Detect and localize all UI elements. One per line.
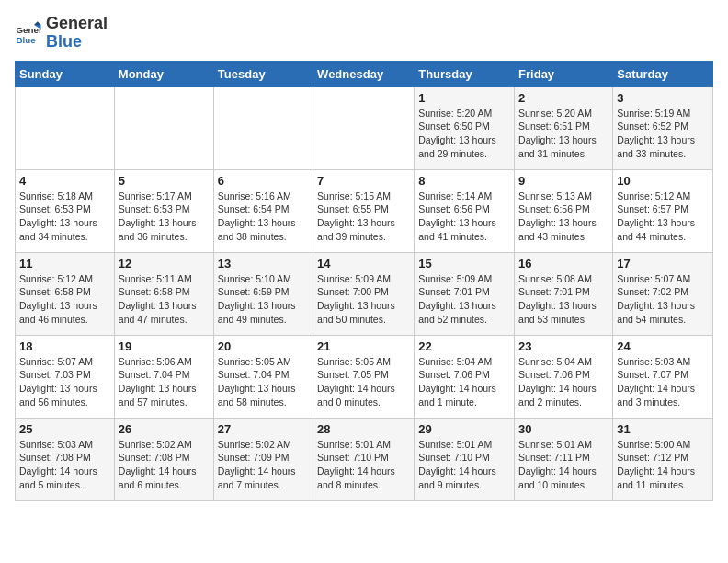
day-number: 10 [617, 174, 709, 188]
logo-icon: General Blue [15, 19, 42, 47]
header-cell-thursday: Thursday [415, 61, 515, 86]
day-number: 22 [418, 339, 510, 353]
day-info: Sunrise: 5:03 AM Sunset: 7:07 PM Dayligh… [617, 355, 709, 409]
day-number: 26 [119, 422, 210, 436]
calendar-body: 1Sunrise: 5:20 AM Sunset: 6:50 PM Daylig… [16, 86, 713, 500]
day-info: Sunrise: 5:01 AM Sunset: 7:10 PM Dayligh… [317, 438, 410, 492]
day-info: Sunrise: 5:09 AM Sunset: 7:01 PM Dayligh… [418, 272, 510, 327]
day-cell: 10Sunrise: 5:12 AM Sunset: 6:57 PM Dayli… [613, 169, 713, 252]
day-number: 18 [19, 339, 110, 353]
day-info: Sunrise: 5:20 AM Sunset: 6:51 PM Dayligh… [518, 107, 609, 161]
day-cell: 31Sunrise: 5:00 AM Sunset: 7:12 PM Dayli… [613, 418, 713, 500]
day-cell: 6Sunrise: 5:16 AM Sunset: 6:54 PM Daylig… [213, 169, 313, 252]
day-cell [313, 86, 415, 169]
day-cell: 24Sunrise: 5:03 AM Sunset: 7:07 PM Dayli… [613, 335, 713, 418]
day-cell: 13Sunrise: 5:10 AM Sunset: 6:59 PM Dayli… [213, 252, 313, 335]
day-cell: 22Sunrise: 5:04 AM Sunset: 7:06 PM Dayli… [415, 335, 515, 418]
day-info: Sunrise: 5:04 AM Sunset: 7:06 PM Dayligh… [418, 355, 510, 409]
day-info: Sunrise: 5:04 AM Sunset: 7:06 PM Dayligh… [518, 355, 609, 409]
day-cell: 26Sunrise: 5:02 AM Sunset: 7:08 PM Dayli… [114, 418, 213, 500]
day-info: Sunrise: 5:11 AM Sunset: 6:58 PM Dayligh… [119, 272, 210, 327]
day-number: 7 [317, 174, 410, 188]
header-cell-friday: Friday [515, 61, 613, 86]
day-info: Sunrise: 5:07 AM Sunset: 7:03 PM Dayligh… [19, 355, 110, 409]
day-info: Sunrise: 5:08 AM Sunset: 7:01 PM Dayligh… [518, 272, 609, 327]
day-number: 19 [119, 339, 210, 353]
day-number: 8 [418, 174, 510, 188]
day-number: 28 [317, 422, 410, 436]
day-info: Sunrise: 5:09 AM Sunset: 7:00 PM Dayligh… [317, 272, 410, 327]
day-info: Sunrise: 5:07 AM Sunset: 7:02 PM Dayligh… [617, 272, 709, 327]
week-row-3: 11Sunrise: 5:12 AM Sunset: 6:58 PM Dayli… [16, 252, 713, 335]
day-cell: 1Sunrise: 5:20 AM Sunset: 6:50 PM Daylig… [415, 86, 515, 169]
day-cell: 14Sunrise: 5:09 AM Sunset: 7:00 PM Dayli… [313, 252, 415, 335]
header-cell-saturday: Saturday [613, 61, 713, 86]
day-number: 29 [418, 422, 510, 436]
header-row: SundayMondayTuesdayWednesdayThursdayFrid… [16, 61, 713, 86]
day-number: 21 [317, 339, 410, 353]
header-cell-monday: Monday [114, 61, 213, 86]
day-number: 27 [218, 422, 309, 436]
day-info: Sunrise: 5:05 AM Sunset: 7:04 PM Dayligh… [218, 355, 309, 409]
day-number: 15 [418, 257, 510, 270]
day-number: 16 [518, 257, 609, 270]
page-header: General Blue General Blue [15, 15, 713, 52]
week-row-1: 1Sunrise: 5:20 AM Sunset: 6:50 PM Daylig… [16, 86, 713, 169]
day-info: Sunrise: 5:14 AM Sunset: 6:56 PM Dayligh… [418, 190, 510, 244]
day-number: 17 [617, 257, 709, 270]
day-number: 5 [119, 174, 210, 188]
header-cell-sunday: Sunday [16, 61, 115, 86]
day-info: Sunrise: 5:02 AM Sunset: 7:09 PM Dayligh… [218, 438, 309, 492]
week-row-5: 25Sunrise: 5:03 AM Sunset: 7:08 PM Dayli… [16, 418, 713, 500]
day-cell: 16Sunrise: 5:08 AM Sunset: 7:01 PM Dayli… [515, 252, 613, 335]
day-info: Sunrise: 5:18 AM Sunset: 6:53 PM Dayligh… [19, 190, 110, 244]
day-cell: 11Sunrise: 5:12 AM Sunset: 6:58 PM Dayli… [16, 252, 115, 335]
day-number: 6 [218, 174, 309, 188]
day-info: Sunrise: 5:01 AM Sunset: 7:11 PM Dayligh… [518, 438, 609, 492]
calendar-header: SundayMondayTuesdayWednesdayThursdayFrid… [16, 61, 713, 86]
day-info: Sunrise: 5:17 AM Sunset: 6:53 PM Dayligh… [119, 190, 210, 244]
day-cell [114, 86, 213, 169]
header-cell-tuesday: Tuesday [213, 61, 313, 86]
day-number: 31 [617, 422, 709, 436]
day-cell: 20Sunrise: 5:05 AM Sunset: 7:04 PM Dayli… [213, 335, 313, 418]
day-cell: 25Sunrise: 5:03 AM Sunset: 7:08 PM Dayli… [16, 418, 115, 500]
day-cell: 19Sunrise: 5:06 AM Sunset: 7:04 PM Dayli… [114, 335, 213, 418]
day-info: Sunrise: 5:15 AM Sunset: 6:55 PM Dayligh… [317, 190, 410, 244]
day-cell: 29Sunrise: 5:01 AM Sunset: 7:10 PM Dayli… [415, 418, 515, 500]
day-info: Sunrise: 5:10 AM Sunset: 6:59 PM Dayligh… [218, 272, 309, 327]
day-number: 14 [317, 257, 410, 270]
day-cell: 18Sunrise: 5:07 AM Sunset: 7:03 PM Dayli… [16, 335, 115, 418]
day-cell: 27Sunrise: 5:02 AM Sunset: 7:09 PM Dayli… [213, 418, 313, 500]
day-info: Sunrise: 5:06 AM Sunset: 7:04 PM Dayligh… [119, 355, 210, 409]
day-number: 23 [518, 339, 609, 353]
day-cell: 21Sunrise: 5:05 AM Sunset: 7:05 PM Dayli… [313, 335, 415, 418]
day-cell: 12Sunrise: 5:11 AM Sunset: 6:58 PM Dayli… [114, 252, 213, 335]
day-cell: 30Sunrise: 5:01 AM Sunset: 7:11 PM Dayli… [515, 418, 613, 500]
day-number: 11 [19, 257, 110, 270]
day-info: Sunrise: 5:05 AM Sunset: 7:05 PM Dayligh… [317, 355, 410, 409]
day-number: 20 [218, 339, 309, 353]
logo-text: General Blue [46, 15, 108, 52]
svg-marker-3 [34, 21, 41, 25]
day-number: 30 [518, 422, 609, 436]
day-cell: 28Sunrise: 5:01 AM Sunset: 7:10 PM Dayli… [313, 418, 415, 500]
day-info: Sunrise: 5:03 AM Sunset: 7:08 PM Dayligh… [19, 438, 110, 492]
day-number: 24 [617, 339, 709, 353]
day-number: 3 [617, 91, 709, 105]
day-cell: 4Sunrise: 5:18 AM Sunset: 6:53 PM Daylig… [16, 169, 115, 252]
header-cell-wednesday: Wednesday [313, 61, 415, 86]
day-info: Sunrise: 5:16 AM Sunset: 6:54 PM Dayligh… [218, 190, 309, 244]
week-row-4: 18Sunrise: 5:07 AM Sunset: 7:03 PM Dayli… [16, 335, 713, 418]
day-cell: 8Sunrise: 5:14 AM Sunset: 6:56 PM Daylig… [415, 169, 515, 252]
day-info: Sunrise: 5:12 AM Sunset: 6:58 PM Dayligh… [19, 272, 110, 327]
day-cell: 23Sunrise: 5:04 AM Sunset: 7:06 PM Dayli… [515, 335, 613, 418]
day-cell: 17Sunrise: 5:07 AM Sunset: 7:02 PM Dayli… [613, 252, 713, 335]
day-info: Sunrise: 5:00 AM Sunset: 7:12 PM Dayligh… [617, 438, 709, 492]
day-cell: 15Sunrise: 5:09 AM Sunset: 7:01 PM Dayli… [415, 252, 515, 335]
day-number: 9 [518, 174, 609, 188]
day-number: 2 [518, 91, 609, 105]
day-number: 1 [418, 91, 510, 105]
day-number: 25 [19, 422, 110, 436]
day-info: Sunrise: 5:13 AM Sunset: 6:56 PM Dayligh… [518, 190, 609, 244]
